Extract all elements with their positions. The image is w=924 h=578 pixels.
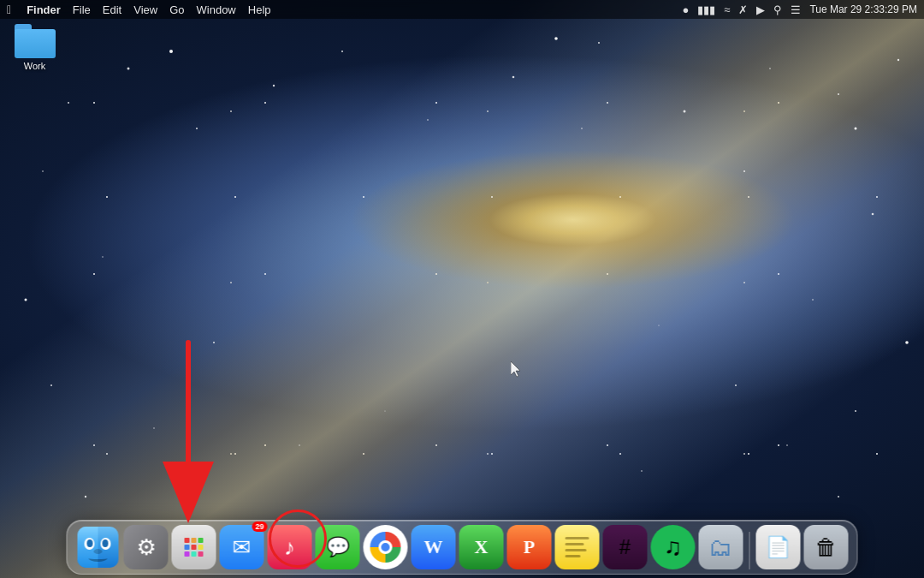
dock-powerpoint[interactable]: P <box>507 525 552 569</box>
messages-icon: 💬 <box>326 536 349 558</box>
work-folder[interactable]: Work <box>7 24 62 71</box>
folder-body <box>15 29 56 58</box>
menubar:  Finder File Edit View Go Window Help ●… <box>0 0 924 19</box>
search-icon[interactable]: ⚲ <box>773 3 782 16</box>
chrome-icon <box>370 532 401 563</box>
dock-system-preferences[interactable]: ⚙ <box>124 525 169 569</box>
preview-icon: 📄 <box>766 535 791 559</box>
desktop-background <box>0 0 924 578</box>
mail-badge: 29 <box>252 521 267 532</box>
notification-icon[interactable]: ☰ <box>791 3 801 16</box>
bluetooth-icon[interactable]: ✗ <box>738 3 748 16</box>
finder-menu[interactable]: Finder <box>27 3 61 16</box>
dock-spotify[interactable]: ♫ <box>651 525 696 569</box>
gear-icon: ⚙ <box>136 534 156 561</box>
dock-trash[interactable]: 🗑 <box>804 525 849 569</box>
dock-finder[interactable] <box>76 525 121 569</box>
menubar-right: ● ▮▮▮ ≈ ✗ ▶ ⚲ ☰ Tue Mar 29 2:33:29 PM <box>682 3 917 16</box>
edit-menu[interactable]: Edit <box>103 3 121 16</box>
battery-icon[interactable]: ▮▮▮ <box>697 3 715 16</box>
excel-icon: X <box>475 536 489 558</box>
file-menu[interactable]: File <box>73 3 91 16</box>
dock-messages[interactable]: 💬 <box>316 525 360 569</box>
dock-notes[interactable] <box>555 525 600 569</box>
music-icon: ♪ <box>284 534 295 561</box>
launchpad-icon <box>180 533 209 562</box>
dropbox-icon[interactable]: ● <box>682 3 689 16</box>
slack-icon: # <box>619 535 631 559</box>
notes-icon <box>559 530 596 564</box>
files-icon: 🗂 <box>709 533 733 562</box>
dock-music[interactable]: ♪ <box>268 525 312 569</box>
mail-icon: ✉ <box>233 534 252 561</box>
word-icon: W <box>424 536 443 558</box>
window-menu[interactable]: Window <box>197 3 236 16</box>
dock-excel[interactable]: X <box>459 525 504 569</box>
dock-container: ⚙ ✉ 29 ♪ 💬 <box>67 520 858 575</box>
apple-menu[interactable]:  <box>7 3 11 16</box>
wifi-icon[interactable]: ≈ <box>724 3 730 16</box>
dock-finder-files[interactable]: 🗂 <box>699 525 743 569</box>
dock-slack[interactable]: # <box>603 525 648 569</box>
menubar-left:  Finder File Edit View Go Window Help <box>7 3 682 16</box>
trash-icon: 🗑 <box>815 534 838 561</box>
dock-preview[interactable]: 📄 <box>756 525 801 569</box>
folder-label: Work <box>24 61 45 71</box>
dock: ⚙ ✉ 29 ♪ 💬 <box>67 520 858 575</box>
powerpoint-icon: P <box>524 536 535 558</box>
help-menu[interactable]: Help <box>248 3 271 16</box>
folder-icon <box>15 24 56 58</box>
view-menu[interactable]: View <box>133 3 157 16</box>
finder-icon <box>78 527 119 568</box>
go-menu[interactable]: Go <box>169 3 184 16</box>
spotify-icon: ♫ <box>664 533 682 561</box>
galaxy-band <box>0 0 924 578</box>
dock-launchpad[interactable] <box>172 525 216 569</box>
dock-mail[interactable]: ✉ 29 <box>220 525 264 569</box>
dock-word[interactable]: W <box>412 525 456 569</box>
volume-icon[interactable]: ▶ <box>756 3 765 16</box>
dock-divider <box>749 532 750 569</box>
clock: Tue Mar 29 2:33:29 PM <box>809 3 917 15</box>
dock-chrome[interactable] <box>364 525 408 569</box>
